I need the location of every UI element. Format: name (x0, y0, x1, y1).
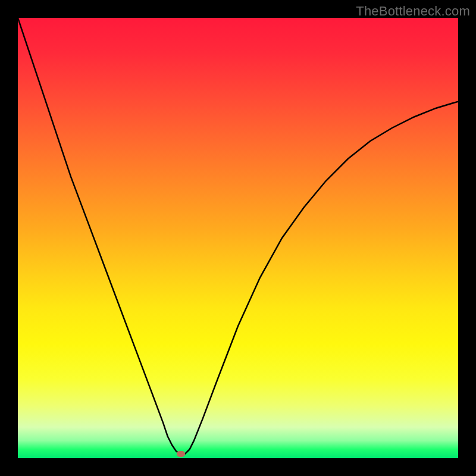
plot-area (18, 18, 458, 458)
watermark-text: TheBottleneck.com (356, 4, 470, 19)
bottleneck-curve (18, 18, 458, 454)
optimum-marker (177, 451, 185, 457)
curve-svg (18, 18, 458, 458)
chart-frame: TheBottleneck.com (0, 0, 476, 476)
